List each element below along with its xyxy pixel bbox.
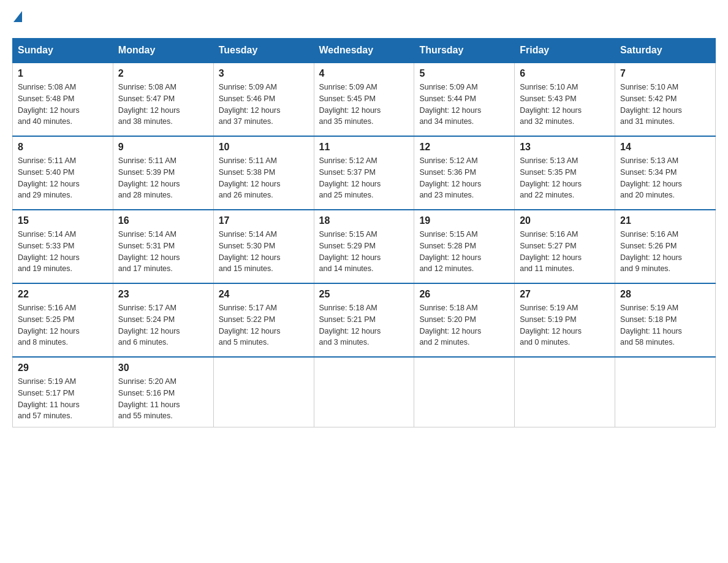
day-info: Sunrise: 5:16 AMSunset: 5:27 PMDaylight:… [520, 229, 610, 275]
calendar-cell: 22 Sunrise: 5:16 AMSunset: 5:25 PMDaylig… [13, 283, 113, 357]
day-number: 3 [219, 68, 309, 79]
day-info: Sunrise: 5:16 AMSunset: 5:25 PMDaylight:… [18, 302, 108, 348]
week-row-4: 22 Sunrise: 5:16 AMSunset: 5:25 PMDaylig… [13, 283, 716, 357]
day-number: 15 [18, 215, 108, 226]
day-info: Sunrise: 5:17 AMSunset: 5:22 PMDaylight:… [219, 302, 309, 348]
day-info: Sunrise: 5:18 AMSunset: 5:21 PMDaylight:… [319, 302, 409, 348]
calendar-cell: 2 Sunrise: 5:08 AMSunset: 5:47 PMDayligh… [113, 63, 213, 136]
calendar-table: SundayMondayTuesdayWednesdayThursdayFrid… [12, 38, 716, 427]
day-info: Sunrise: 5:11 AMSunset: 5:40 PMDaylight:… [18, 155, 108, 201]
day-info: Sunrise: 5:19 AMSunset: 5:18 PMDaylight:… [620, 302, 710, 348]
calendar-cell: 19 Sunrise: 5:15 AMSunset: 5:28 PMDaylig… [414, 210, 515, 283]
day-number: 24 [219, 289, 309, 300]
calendar-cell: 25 Sunrise: 5:18 AMSunset: 5:21 PMDaylig… [314, 283, 414, 357]
day-number: 20 [520, 215, 610, 226]
calendar-cell: 29 Sunrise: 5:19 AMSunset: 5:17 PMDaylig… [13, 357, 113, 427]
day-info: Sunrise: 5:10 AMSunset: 5:42 PMDaylight:… [620, 82, 710, 128]
day-info: Sunrise: 5:17 AMSunset: 5:24 PMDaylight:… [118, 302, 208, 348]
day-number: 14 [620, 142, 710, 153]
day-info: Sunrise: 5:11 AMSunset: 5:38 PMDaylight:… [219, 155, 309, 201]
calendar-cell [515, 357, 615, 427]
day-header-thursday: Thursday [414, 39, 515, 63]
calendar-cell: 6 Sunrise: 5:10 AMSunset: 5:43 PMDayligh… [515, 63, 615, 136]
day-number: 9 [118, 142, 208, 153]
calendar-cell [314, 357, 414, 427]
day-info: Sunrise: 5:18 AMSunset: 5:20 PMDaylight:… [419, 302, 509, 348]
calendar-cell: 26 Sunrise: 5:18 AMSunset: 5:20 PMDaylig… [414, 283, 515, 357]
day-info: Sunrise: 5:19 AMSunset: 5:19 PMDaylight:… [520, 302, 610, 348]
day-number: 6 [520, 68, 610, 79]
day-number: 18 [319, 215, 409, 226]
calendar-cell: 13 Sunrise: 5:13 AMSunset: 5:35 PMDaylig… [515, 136, 615, 210]
day-info: Sunrise: 5:16 AMSunset: 5:26 PMDaylight:… [620, 229, 710, 275]
calendar-cell: 16 Sunrise: 5:14 AMSunset: 5:31 PMDaylig… [113, 210, 213, 283]
day-header-monday: Monday [113, 39, 213, 63]
day-number: 10 [219, 142, 309, 153]
calendar-cell: 1 Sunrise: 5:08 AMSunset: 5:48 PMDayligh… [13, 63, 113, 136]
day-number: 16 [118, 215, 208, 226]
day-number: 11 [319, 142, 409, 153]
day-number: 7 [620, 68, 710, 79]
calendar-cell: 27 Sunrise: 5:19 AMSunset: 5:19 PMDaylig… [515, 283, 615, 357]
day-info: Sunrise: 5:12 AMSunset: 5:37 PMDaylight:… [319, 155, 409, 201]
day-number: 5 [419, 68, 509, 79]
day-info: Sunrise: 5:09 AMSunset: 5:44 PMDaylight:… [419, 82, 509, 128]
calendar-cell: 5 Sunrise: 5:09 AMSunset: 5:44 PMDayligh… [414, 63, 515, 136]
calendar-header: SundayMondayTuesdayWednesdayThursdayFrid… [13, 39, 716, 63]
calendar-cell: 7 Sunrise: 5:10 AMSunset: 5:42 PMDayligh… [615, 63, 716, 136]
day-info: Sunrise: 5:14 AMSunset: 5:31 PMDaylight:… [118, 229, 208, 275]
day-number: 17 [219, 215, 309, 226]
week-row-2: 8 Sunrise: 5:11 AMSunset: 5:40 PMDayligh… [13, 136, 716, 210]
calendar-cell: 23 Sunrise: 5:17 AMSunset: 5:24 PMDaylig… [113, 283, 213, 357]
day-info: Sunrise: 5:14 AMSunset: 5:33 PMDaylight:… [18, 229, 108, 275]
day-number: 19 [419, 215, 509, 226]
day-number: 29 [18, 362, 108, 373]
day-header-sunday: Sunday [13, 39, 113, 63]
calendar-cell: 4 Sunrise: 5:09 AMSunset: 5:45 PMDayligh… [314, 63, 414, 136]
logo [12, 12, 22, 26]
day-number: 27 [520, 289, 610, 300]
calendar-cell: 10 Sunrise: 5:11 AMSunset: 5:38 PMDaylig… [213, 136, 314, 210]
day-header-tuesday: Tuesday [213, 39, 314, 63]
day-number: 2 [118, 68, 208, 79]
week-row-3: 15 Sunrise: 5:14 AMSunset: 5:33 PMDaylig… [13, 210, 716, 283]
calendar-cell: 30 Sunrise: 5:20 AMSunset: 5:16 PMDaylig… [113, 357, 213, 427]
day-info: Sunrise: 5:11 AMSunset: 5:39 PMDaylight:… [118, 155, 208, 201]
day-number: 30 [118, 362, 208, 373]
week-row-5: 29 Sunrise: 5:19 AMSunset: 5:17 PMDaylig… [13, 357, 716, 427]
calendar-cell: 24 Sunrise: 5:17 AMSunset: 5:22 PMDaylig… [213, 283, 314, 357]
page-header [12, 12, 716, 26]
day-info: Sunrise: 5:09 AMSunset: 5:46 PMDaylight:… [219, 82, 309, 128]
day-info: Sunrise: 5:08 AMSunset: 5:48 PMDaylight:… [18, 82, 108, 128]
day-info: Sunrise: 5:15 AMSunset: 5:28 PMDaylight:… [419, 229, 509, 275]
day-number: 8 [18, 142, 108, 153]
day-info: Sunrise: 5:12 AMSunset: 5:36 PMDaylight:… [419, 155, 509, 201]
calendar-cell: 8 Sunrise: 5:11 AMSunset: 5:40 PMDayligh… [13, 136, 113, 210]
day-info: Sunrise: 5:13 AMSunset: 5:34 PMDaylight:… [620, 155, 710, 201]
day-info: Sunrise: 5:10 AMSunset: 5:43 PMDaylight:… [520, 82, 610, 128]
day-number: 13 [520, 142, 610, 153]
day-info: Sunrise: 5:13 AMSunset: 5:35 PMDaylight:… [520, 155, 610, 201]
day-number: 25 [319, 289, 409, 300]
calendar-cell: 21 Sunrise: 5:16 AMSunset: 5:26 PMDaylig… [615, 210, 716, 283]
calendar-cell: 20 Sunrise: 5:16 AMSunset: 5:27 PMDaylig… [515, 210, 615, 283]
calendar-cell: 17 Sunrise: 5:14 AMSunset: 5:30 PMDaylig… [213, 210, 314, 283]
calendar-cell: 3 Sunrise: 5:09 AMSunset: 5:46 PMDayligh… [213, 63, 314, 136]
calendar-cell: 14 Sunrise: 5:13 AMSunset: 5:34 PMDaylig… [615, 136, 716, 210]
day-number: 4 [319, 68, 409, 79]
calendar-cell: 12 Sunrise: 5:12 AMSunset: 5:36 PMDaylig… [414, 136, 515, 210]
day-number: 1 [18, 68, 108, 79]
calendar-cell: 28 Sunrise: 5:19 AMSunset: 5:18 PMDaylig… [615, 283, 716, 357]
day-number: 23 [118, 289, 208, 300]
calendar-cell: 9 Sunrise: 5:11 AMSunset: 5:39 PMDayligh… [113, 136, 213, 210]
day-number: 28 [620, 289, 710, 300]
day-number: 26 [419, 289, 509, 300]
calendar-cell [213, 357, 314, 427]
day-info: Sunrise: 5:14 AMSunset: 5:30 PMDaylight:… [219, 229, 309, 275]
calendar-cell: 11 Sunrise: 5:12 AMSunset: 5:37 PMDaylig… [314, 136, 414, 210]
days-header-row: SundayMondayTuesdayWednesdayThursdayFrid… [13, 39, 716, 63]
day-header-saturday: Saturday [615, 39, 716, 63]
day-number: 12 [419, 142, 509, 153]
day-info: Sunrise: 5:08 AMSunset: 5:47 PMDaylight:… [118, 82, 208, 128]
day-info: Sunrise: 5:20 AMSunset: 5:16 PMDaylight:… [118, 376, 208, 422]
